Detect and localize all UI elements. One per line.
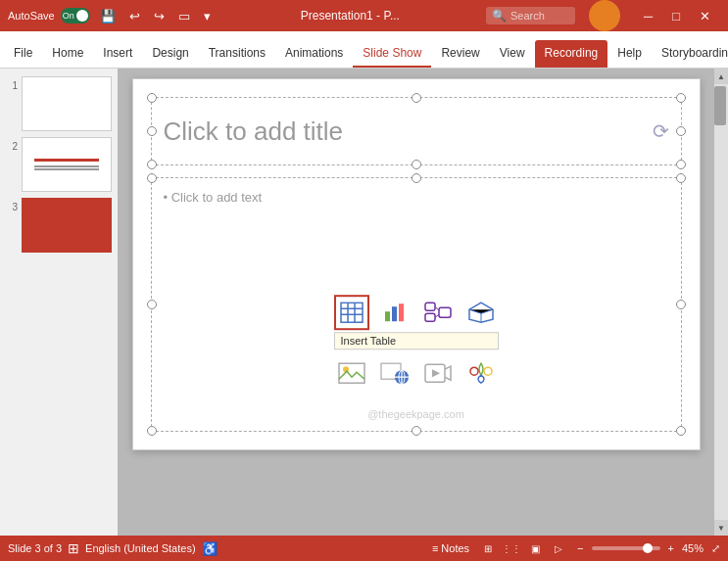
svg-rect-5 [385, 311, 390, 321]
language-label[interactable]: English (United States) [85, 542, 196, 554]
normal-view-button[interactable]: ⊞ [477, 538, 499, 558]
tab-design[interactable]: Design [142, 40, 198, 68]
table-icon [340, 302, 364, 323]
slide-info: Slide 3 of 3 [8, 542, 62, 554]
close-button[interactable]: ✕ [690, 0, 720, 31]
content-handle-tl [147, 173, 157, 183]
restore-button[interactable]: □ [662, 0, 690, 31]
scroll-down-button[interactable]: ▼ [714, 520, 728, 536]
icons-icon [467, 361, 495, 385]
insert-icons-button[interactable] [463, 355, 499, 391]
slide-image-2[interactable] [22, 137, 112, 192]
tab-recording[interactable]: Recording [535, 40, 608, 68]
svg-rect-7 [399, 304, 404, 321]
svg-marker-23 [432, 369, 440, 377]
window-controls: ─ □ ✕ [634, 0, 720, 31]
vertical-scrollbar[interactable]: ▲ ▼ [714, 69, 728, 536]
svg-point-24 [470, 367, 478, 375]
window-title: Presentation1 - P... [220, 9, 480, 23]
save-icon[interactable]: 💾 [96, 7, 120, 25]
tab-insert[interactable]: Insert [93, 40, 142, 68]
tab-animations[interactable]: Animations [275, 40, 353, 68]
tab-help[interactable]: Help [607, 40, 652, 68]
search-box[interactable]: 🔍 [486, 7, 575, 24]
svg-rect-9 [425, 313, 435, 321]
svg-rect-8 [425, 303, 435, 310]
fit-to-window-icon[interactable]: ⤢ [711, 542, 720, 555]
scroll-track[interactable] [714, 84, 728, 520]
slide-thumb-3[interactable]: 3 [6, 198, 112, 253]
designer-icon[interactable]: ⟳ [653, 119, 669, 143]
zoom-out-icon[interactable]: − [577, 542, 583, 554]
reading-view-button[interactable]: ▣ [524, 538, 546, 558]
customize-icon[interactable]: ▾ [200, 7, 215, 25]
watermark: @thegeekpage.com [367, 408, 464, 420]
insert-3d-button[interactable] [463, 295, 499, 330]
tab-transitions[interactable]: Transitions [199, 40, 275, 68]
autosave-toggle[interactable]: On [61, 8, 90, 23]
zoom-level: 45% [682, 542, 704, 554]
accessibility-icon[interactable]: ♿ [202, 541, 218, 556]
main-area: 1 2 3 [0, 69, 728, 536]
zoom-in-icon[interactable]: + [668, 542, 674, 554]
title-placeholder[interactable]: Click to add title ⟳ [151, 97, 682, 165]
content-handle-ml [147, 300, 157, 309]
title-placeholder-text[interactable]: Click to add title [164, 117, 643, 147]
content-placeholder-text[interactable]: Click to add text [164, 190, 669, 205]
notes-label: Notes [441, 542, 469, 554]
tab-review[interactable]: Review [431, 40, 489, 68]
presentation-view-icon[interactable]: ▭ [174, 7, 194, 25]
tooltip-area: Insert Table [334, 332, 499, 350]
user-avatar[interactable] [589, 0, 620, 31]
slide-num-3: 3 [6, 202, 18, 212]
handle-mr [676, 126, 686, 136]
insert-chart-button[interactable] [377, 295, 413, 330]
minimize-button[interactable]: ─ [634, 0, 662, 31]
svg-rect-15 [339, 363, 364, 383]
notes-button[interactable]: ≡ Notes [432, 542, 469, 554]
slide-image-1[interactable] [22, 76, 112, 131]
insert-online-pictures-button[interactable] [377, 355, 413, 391]
online-pictures-icon [380, 361, 410, 385]
svg-rect-6 [392, 306, 397, 321]
slide-thumb-1[interactable]: 1 [6, 76, 112, 131]
ribbon-tabs: File Home Insert Design Transitions Anim… [0, 31, 728, 69]
slide-num-1: 1 [6, 80, 18, 91]
handle-tl [147, 93, 157, 103]
content-placeholder[interactable]: Click to add text [151, 177, 682, 432]
toggle-state-label: On [63, 11, 74, 21]
insert-table-button[interactable] [334, 295, 369, 330]
insert-pictures-button[interactable] [334, 355, 369, 391]
content-handle-tr [676, 173, 686, 183]
tab-slideshow[interactable]: Slide Show [353, 40, 431, 68]
content-handle-mr [676, 300, 686, 309]
slide-thumb-2[interactable]: 2 [6, 137, 112, 192]
handle-tm [412, 93, 421, 103]
tab-file[interactable]: File [4, 40, 42, 68]
insert-smartart-button[interactable] [420, 295, 456, 330]
scroll-thumb[interactable] [714, 86, 726, 125]
slide-sorter-button[interactable]: ⋮⋮ [501, 538, 522, 558]
slide2-content-decoration [34, 165, 99, 167]
slide-layout-icon[interactable]: ⊞ [68, 540, 79, 556]
tab-home[interactable]: Home [42, 40, 93, 68]
notes-icon: ≡ [432, 542, 438, 554]
view-buttons: ⊞ ⋮⋮ ▣ ▷ [477, 538, 569, 558]
smartart-icon [424, 301, 452, 324]
video-icon [424, 362, 452, 384]
undo-icon[interactable]: ↩ [125, 7, 144, 25]
slideshow-view-button[interactable]: ▷ [548, 538, 569, 558]
handle-bl [147, 160, 157, 169]
scroll-up-button[interactable]: ▲ [714, 69, 728, 84]
insert-video-button[interactable] [420, 355, 456, 391]
tab-view[interactable]: View [490, 40, 535, 68]
slide-canvas[interactable]: Click to add title ⟳ Click to add text [132, 78, 701, 450]
search-input[interactable] [510, 10, 569, 22]
canvas-area: Click to add title ⟳ Click to add text [118, 69, 714, 536]
svg-point-25 [484, 367, 492, 375]
slide-image-3[interactable] [22, 198, 112, 253]
tab-storyboarding[interactable]: Storyboardin... [652, 40, 728, 68]
zoom-slider[interactable] [592, 546, 660, 550]
status-left: Slide 3 of 3 ⊞ English (United States) ♿ [8, 540, 424, 556]
redo-icon[interactable]: ↪ [150, 7, 169, 25]
